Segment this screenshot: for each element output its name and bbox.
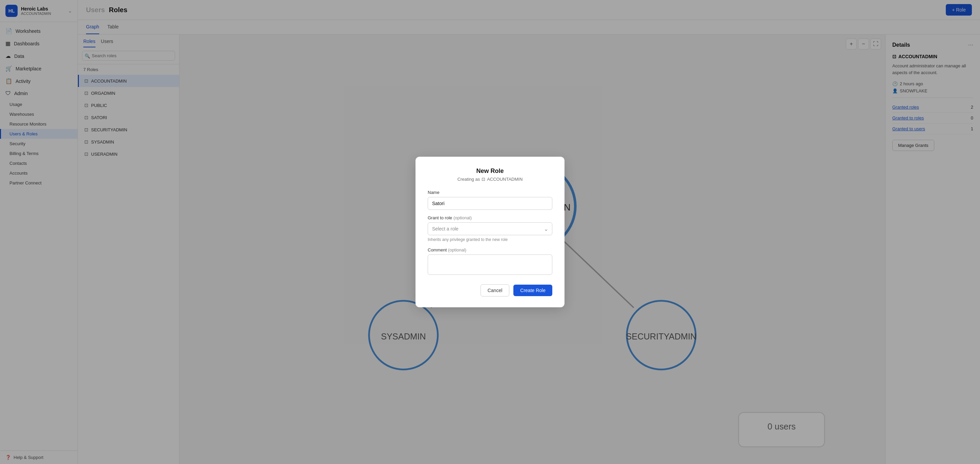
modal-overlay: New Role Creating as ⊡ ACCOUNTADMIN Name… (0, 0, 980, 464)
creating-as-role: ACCOUNTADMIN (487, 177, 522, 182)
creating-as-icon: ⊡ (482, 177, 485, 182)
subtitle-prefix: Creating as (458, 177, 480, 182)
grant-to-role-select[interactable]: Select a role ACCOUNTADMIN ORGADMIN PUBL… (428, 222, 552, 235)
modal-subtitle: Creating as ⊡ ACCOUNTADMIN (428, 177, 552, 182)
grant-label: Grant to role (optional) (428, 215, 552, 220)
name-input[interactable] (428, 197, 552, 210)
modal-title: New Role (428, 167, 552, 175)
new-role-modal: New Role Creating as ⊡ ACCOUNTADMIN Name… (415, 157, 565, 307)
modal-actions: Cancel Create Role (428, 284, 552, 297)
grant-select-wrapper: Select a role ACCOUNTADMIN ORGADMIN PUBL… (428, 222, 552, 235)
comment-label: Comment (optional) (428, 247, 552, 253)
comment-optional: (optional) (448, 247, 466, 253)
grant-optional: (optional) (453, 215, 472, 220)
cancel-button[interactable]: Cancel (480, 284, 510, 297)
grant-hint: Inherits any privilege granted to the ne… (428, 237, 552, 242)
comment-input[interactable] (428, 254, 552, 275)
name-label: Name (428, 190, 552, 195)
create-role-button[interactable]: Create Role (513, 284, 552, 296)
